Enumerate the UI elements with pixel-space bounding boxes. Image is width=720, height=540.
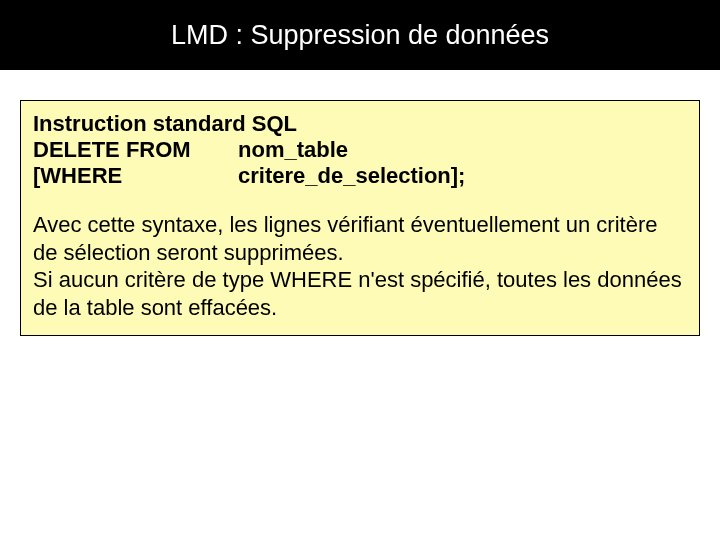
content-box: Instruction standard SQL DELETE FROM nom… [20, 100, 700, 336]
sql-heading: Instruction standard SQL [33, 111, 687, 137]
sql-keyword: DELETE FROM [33, 137, 238, 163]
spacer [33, 189, 687, 211]
sql-row: [WHERE critere_de_selection]; [33, 163, 687, 189]
sql-keyword: [WHERE [33, 163, 238, 189]
title-bar: LMD : Suppression de données [0, 0, 720, 70]
sql-value: critere_de_selection]; [238, 163, 687, 189]
description-text: Avec cette syntaxe, les lignes vérifiant… [33, 211, 687, 321]
sql-value: nom_table [238, 137, 687, 163]
slide-title: LMD : Suppression de données [171, 20, 549, 51]
content-wrapper: Instruction standard SQL DELETE FROM nom… [0, 70, 720, 336]
sql-row: DELETE FROM nom_table [33, 137, 687, 163]
